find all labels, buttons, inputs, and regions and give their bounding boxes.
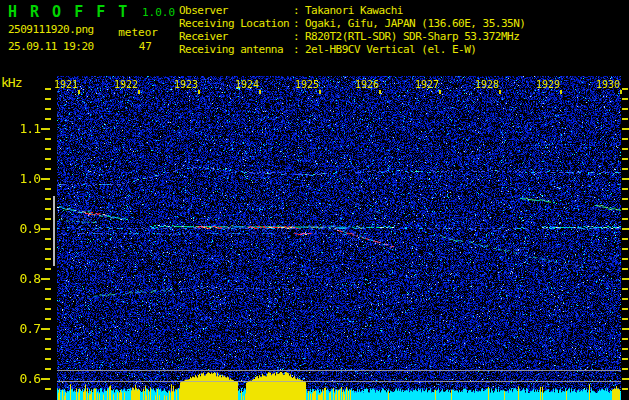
freq-minor-tick	[45, 148, 51, 150]
time-tick-label: 1927	[411, 79, 439, 91]
time-tick-label: 1921	[50, 79, 78, 91]
info-row-label: Observer	[179, 4, 293, 17]
info-row: Receiving antenna:2el-HB9CV Vertical (el…	[179, 43, 525, 56]
info-row: Receiver:R820T2(RTL-SDR) SDR-Sharp 53.37…	[179, 30, 525, 43]
right-tick	[622, 268, 628, 270]
station-info-block: Observer:Takanori KawachiReceiving Locat…	[179, 4, 525, 56]
right-tick	[622, 258, 628, 260]
freq-minor-tick	[45, 358, 51, 360]
right-tick	[622, 348, 628, 350]
right-tick	[622, 188, 628, 190]
freq-minor-tick	[45, 368, 51, 370]
info-row: Receiving Location:Ogaki, Gifu, JAPAN (1…	[179, 17, 525, 30]
freq-minor-tick	[45, 158, 51, 160]
right-tick	[622, 198, 628, 200]
app-title: H R O F F T	[8, 3, 129, 21]
freq-major-tick	[41, 328, 50, 330]
right-tick	[622, 168, 628, 170]
freq-minor-tick	[45, 118, 51, 120]
time-tick	[620, 90, 622, 94]
time-tick	[499, 90, 501, 94]
right-tick	[622, 298, 628, 300]
info-row: Observer:Takanori Kawachi	[179, 4, 525, 17]
time-tick	[138, 90, 140, 94]
freq-minor-tick	[45, 138, 51, 140]
freq-minor-tick	[45, 108, 51, 110]
right-tick	[622, 308, 628, 310]
info-row-label: Receiving antenna	[179, 43, 293, 56]
freq-minor-tick	[45, 168, 51, 170]
freq-minor-tick	[45, 298, 51, 300]
echo-count-label: 47	[118, 40, 152, 53]
time-tick-label: 1922	[110, 79, 138, 91]
right-tick	[622, 88, 628, 90]
right-tick	[622, 128, 629, 130]
right-tick	[622, 218, 628, 220]
calibration-line-lower	[57, 381, 621, 382]
freq-minor-tick	[45, 98, 51, 100]
freq-minor-tick	[45, 268, 51, 270]
right-tick	[622, 338, 628, 340]
info-row-value: R820T2(RTL-SDR) SDR-Sharp 53.372MHz	[305, 30, 519, 43]
freq-minor-tick	[45, 338, 51, 340]
freq-minor-tick	[45, 218, 51, 220]
right-tick	[622, 178, 629, 180]
time-tick-label: 1929	[532, 79, 560, 91]
meteor-band-marker	[53, 196, 55, 266]
freq-minor-tick	[45, 388, 51, 390]
right-tick	[622, 208, 628, 210]
time-tick-label: 1928	[471, 79, 499, 91]
right-tick	[622, 118, 628, 120]
right-tick	[622, 98, 628, 100]
time-tick	[319, 90, 321, 94]
right-tick	[622, 138, 628, 140]
right-tick	[622, 368, 628, 370]
freq-minor-tick	[45, 258, 51, 260]
time-tick	[379, 90, 381, 94]
time-tick	[560, 90, 562, 94]
freq-minor-tick	[45, 208, 51, 210]
freq-tick-label: 0.9	[0, 222, 40, 236]
right-tick	[622, 248, 628, 250]
right-tick	[622, 238, 628, 240]
freq-minor-tick	[45, 188, 51, 190]
freq-major-tick	[41, 278, 50, 280]
freq-minor-tick	[45, 308, 51, 310]
freq-minor-tick	[45, 288, 51, 290]
right-tick	[622, 278, 629, 280]
freq-minor-tick	[45, 348, 51, 350]
time-tick	[78, 90, 80, 94]
time-tick	[198, 90, 200, 94]
info-row-label: Receiving Location	[179, 17, 293, 30]
info-row-label: Receiver	[179, 30, 293, 43]
right-tick	[622, 158, 628, 160]
time-tick-label: 1926	[351, 79, 379, 91]
freq-major-tick	[41, 228, 50, 230]
right-tick	[622, 328, 629, 330]
freq-tick-label: 0.6	[0, 372, 40, 386]
freq-unit-label: kHz	[1, 75, 21, 90]
version-label: 1.0.0	[142, 6, 175, 19]
freq-minor-tick	[45, 198, 51, 200]
info-row-value: 2el-HB9CV Vertical (el. E-W)	[305, 43, 476, 56]
info-row-colon: :	[293, 17, 305, 30]
filename-label: 2509111920.png	[8, 23, 94, 36]
datetime-label: 25.09.11 19:20	[8, 40, 94, 53]
info-row-colon: :	[293, 4, 305, 17]
info-row-colon: :	[293, 43, 305, 56]
time-tick	[439, 90, 441, 94]
freq-major-tick	[41, 378, 50, 380]
hrofft-window: H R O F F T 1.0.0 2509111920.png meteor …	[0, 0, 629, 400]
time-tick	[259, 90, 261, 94]
freq-tick-label: 0.7	[0, 322, 40, 336]
freq-tick-label: 1.1	[0, 122, 40, 136]
right-tick	[622, 108, 628, 110]
right-tick	[622, 288, 628, 290]
freq-tick-label: 0.8	[0, 272, 40, 286]
calibration-line-upper	[57, 370, 621, 371]
info-row-colon: :	[293, 30, 305, 43]
freq-tick-label: 1.0	[0, 172, 40, 186]
right-tick	[622, 318, 628, 320]
freq-minor-tick	[45, 318, 51, 320]
freq-minor-tick	[45, 238, 51, 240]
